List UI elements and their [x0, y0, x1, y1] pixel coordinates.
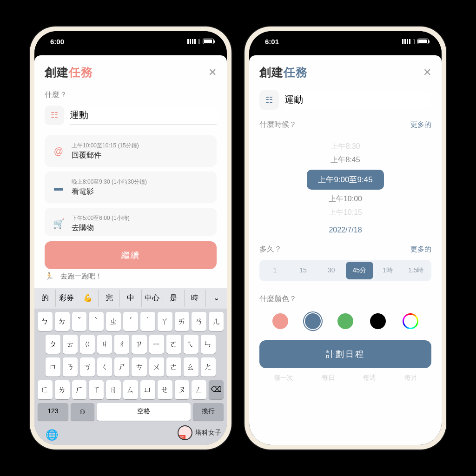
key[interactable]: ㄙ — [123, 380, 138, 399]
key[interactable]: ㄩ — [140, 380, 155, 399]
key[interactable]: ㄅ — [38, 312, 53, 331]
color-option-black[interactable] — [370, 313, 386, 329]
key[interactable]: ㄤ — [201, 357, 216, 377]
phone-screen: 6:00 􀙇 創建任務 ✕ 什麼？ ☷ @ 上午10 — [34, 31, 227, 445]
duration-option[interactable]: 1時 — [374, 262, 402, 279]
key[interactable]: ㄦ — [209, 312, 224, 331]
color-option-blue[interactable] — [305, 313, 321, 329]
key[interactable]: ㄑ — [97, 357, 112, 377]
key[interactable]: ㄞ — [175, 312, 190, 331]
key[interactable]: ㄔ — [114, 335, 129, 354]
key[interactable]: ㄣ — [201, 335, 216, 354]
key[interactable]: ㄖ — [106, 380, 121, 399]
emoji-icon[interactable]: ☺ — [71, 403, 94, 421]
signal-icon — [402, 39, 410, 44]
recur-monthly[interactable]: 每月 — [404, 374, 417, 382]
battery-icon — [203, 39, 214, 44]
task-input-row: ☷ — [259, 90, 431, 110]
key[interactable]: ㄇ — [46, 357, 60, 377]
globe-icon[interactable]: 🌐 — [46, 429, 58, 441]
key[interactable]: ㄡ — [175, 380, 190, 399]
at-icon: @ — [52, 146, 65, 157]
key[interactable]: ㄢ — [192, 312, 206, 331]
what-label: 什麼？ — [45, 90, 217, 100]
key[interactable]: ㄈ — [38, 380, 53, 399]
key[interactable]: ㄟ — [184, 335, 198, 354]
key[interactable]: ˇ — [72, 312, 87, 331]
kb-suggestion[interactable]: 時 — [185, 290, 206, 307]
duration-option[interactable]: 15 — [290, 262, 317, 279]
key[interactable]: ㄝ — [158, 380, 172, 399]
suggestion-item[interactable]: @ 上午10:00至10:15 (15分鐘) 回覆郵件 — [45, 135, 217, 167]
task-icon-button[interactable]: ☷ — [259, 90, 279, 110]
key[interactable]: ㄗ — [132, 335, 146, 354]
status-icons: 􀙇 — [402, 38, 429, 46]
key[interactable]: ㄥ — [192, 380, 206, 399]
continue-button[interactable]: 繼續 — [45, 241, 217, 269]
suggestion-item[interactable]: 🛒 下午5:00至6:00 (1小時) 去購物 — [45, 208, 217, 236]
key[interactable]: ㄠ — [184, 357, 198, 377]
chevron-down-icon[interactable]: ⌄ — [206, 290, 227, 307]
time-picker[interactable]: 上午8:30 上午8:45 上午9:00至9:45 上午10:00 上午10:1… — [259, 135, 431, 236]
key[interactable]: ㄊ — [63, 335, 78, 354]
key[interactable]: ㄐ — [97, 335, 112, 354]
kb-suggestion[interactable]: 中 — [120, 290, 141, 307]
schedule-button[interactable]: 計劃日程 — [259, 340, 431, 368]
color-label: 什麼顏色？ — [259, 294, 431, 304]
color-option-green[interactable] — [337, 313, 353, 329]
suggestion-item[interactable]: ▬ 晚上8:00至9:30 (1小時30分鐘) 看電影 — [45, 172, 217, 203]
duration-option[interactable]: 1.5時 — [402, 262, 430, 279]
key[interactable]: ˊ — [123, 312, 138, 331]
key[interactable]: ㄕ — [114, 357, 129, 377]
close-icon[interactable]: ✕ — [423, 66, 431, 79]
kb-suggestion[interactable]: 中心 — [142, 290, 163, 307]
backspace-icon[interactable]: ⌫ — [209, 380, 224, 399]
return-key[interactable]: 換行 — [193, 403, 224, 421]
key[interactable]: ㄧ — [149, 335, 164, 354]
keyboard[interactable]: 的 彩券 💪 完 中 中心 是 時 ⌄ ㄅ ㄉ ˇ ˋ ㄓ ˊ — [34, 288, 227, 445]
more-link[interactable]: 更多的 — [410, 245, 431, 254]
key[interactable]: ㄘ — [132, 357, 146, 377]
kb-suggestion[interactable]: 完 — [99, 290, 120, 307]
key[interactable]: ㄎ — [80, 357, 95, 377]
time-selected[interactable]: 上午9:00至9:45 — [307, 170, 383, 190]
recur-daily[interactable]: 每日 — [322, 374, 335, 382]
space-key[interactable]: 空格 — [97, 403, 191, 421]
duration-option-selected[interactable]: 45分 — [346, 262, 373, 279]
kb-suggestion[interactable]: 是 — [163, 290, 185, 307]
task-name-input[interactable] — [70, 106, 217, 125]
kb-suggestion[interactable]: 的 — [34, 290, 56, 307]
key[interactable]: ㄓ — [106, 312, 121, 331]
phone-screen: 6:01 􀙇 創建任務 ✕ ☷ 什麼時候？ 更多的 — [249, 31, 442, 445]
color-option-pink[interactable] — [272, 313, 288, 329]
key[interactable]: ㄏ — [72, 380, 87, 399]
task-icon-button[interactable]: ☷ — [45, 106, 64, 125]
key[interactable]: ㄍ — [80, 335, 95, 354]
run-icon: 🏃 — [45, 272, 54, 281]
color-option-custom[interactable] — [403, 313, 418, 329]
recur-weekly[interactable]: 每週 — [363, 374, 376, 382]
key[interactable]: ㄌ — [55, 380, 70, 399]
key[interactable]: ㄚ — [158, 312, 172, 331]
key[interactable]: ㄉ — [55, 312, 70, 331]
kb-suggestion[interactable]: 💪 — [77, 290, 99, 307]
recur-once[interactable]: 僅一次 — [274, 374, 293, 382]
key-123[interactable]: 123 — [38, 403, 68, 421]
key[interactable]: ㄋ — [63, 357, 78, 377]
phone-left: 6:00 􀙇 創建任務 ✕ 什麼？ ☷ @ 上午10 — [30, 26, 231, 450]
task-name-input[interactable] — [284, 91, 431, 109]
kb-suggestion[interactable]: 彩券 — [56, 290, 77, 307]
more-link[interactable]: 更多的 — [410, 120, 431, 129]
key[interactable]: ㄨ — [149, 357, 164, 377]
key[interactable]: ㄆ — [46, 335, 60, 354]
key[interactable]: ˙ — [140, 312, 155, 331]
checklist-icon: ☷ — [265, 95, 273, 105]
key[interactable]: ㄒ — [89, 380, 104, 399]
date-label[interactable]: 2022/7/18 — [259, 226, 431, 234]
key[interactable]: ㄜ — [166, 357, 181, 377]
duration-option[interactable]: 1 — [261, 262, 289, 279]
key[interactable]: ㄛ — [166, 335, 181, 354]
duration-option[interactable]: 30 — [317, 262, 345, 279]
close-icon[interactable]: ✕ — [208, 66, 217, 79]
key[interactable]: ˋ — [89, 312, 104, 331]
